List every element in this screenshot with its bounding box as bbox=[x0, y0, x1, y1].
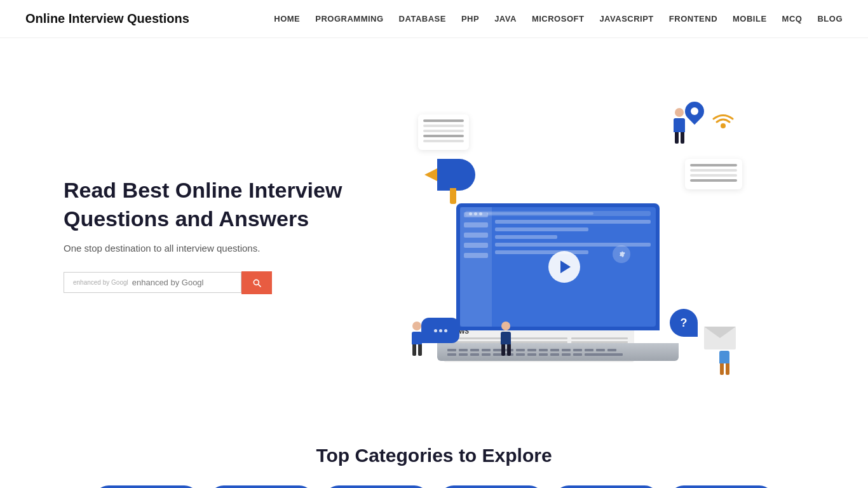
nav-frontend[interactable]: FRONTEND bbox=[669, 14, 717, 24]
category-cards bbox=[38, 485, 830, 488]
svg-point-0 bbox=[721, 123, 726, 128]
gear-icon bbox=[613, 245, 630, 263]
nav-java[interactable]: JAVA bbox=[494, 14, 517, 24]
laptop-illustration bbox=[437, 203, 679, 343]
hero-subheading: One stop destination to all interview qu… bbox=[64, 243, 349, 254]
search-input-wrap: enhanced by Googl bbox=[64, 272, 241, 293]
hero-content: Read Best Online Interview Questions and… bbox=[64, 176, 349, 294]
hero-illustration: ? NEWS bbox=[349, 76, 804, 394]
nav-javascript[interactable]: JAVASCRIPT bbox=[599, 14, 653, 24]
nav-mcq[interactable]: MCQ bbox=[782, 14, 803, 24]
nav-database[interactable]: DATABASE bbox=[399, 14, 446, 24]
category-card-6[interactable] bbox=[669, 485, 774, 488]
category-card-3[interactable] bbox=[324, 485, 429, 488]
category-card-1[interactable] bbox=[94, 485, 199, 488]
main-nav: HOME PROGRAMMING DATABASE PHP JAVA MICRO… bbox=[215, 14, 843, 24]
hero-heading: Read Best Online Interview Questions and… bbox=[64, 176, 349, 232]
google-label: enhanced by Googl bbox=[73, 279, 128, 286]
laptop-screen bbox=[456, 203, 660, 330]
category-card-2[interactable] bbox=[209, 485, 314, 488]
search-button[interactable] bbox=[241, 271, 272, 294]
nav-microsoft[interactable]: MICROSOFT bbox=[532, 14, 585, 24]
wifi-icon bbox=[710, 108, 736, 133]
location-pin-icon bbox=[685, 102, 704, 121]
header: Online Interview Questions HOME PROGRAMM… bbox=[0, 0, 868, 38]
person-figure-1 bbox=[674, 108, 685, 144]
nav-home[interactable]: HOME bbox=[274, 14, 300, 24]
hero-section: Read Best Online Interview Questions and… bbox=[0, 38, 868, 419]
person-figure-2 bbox=[412, 322, 422, 356]
question-bubble: ? bbox=[670, 309, 698, 337]
bottom-section: Top Categories to Explore bbox=[0, 419, 868, 488]
search-input[interactable] bbox=[132, 278, 232, 287]
megaphone-illustration bbox=[424, 140, 482, 210]
nav-programming[interactable]: PROGRAMMING bbox=[315, 14, 383, 24]
search-icon bbox=[252, 278, 262, 288]
site-title: Online Interview Questions bbox=[25, 11, 189, 26]
illustration-container: ? NEWS bbox=[412, 89, 742, 381]
nav-mobile[interactable]: MOBILE bbox=[733, 14, 767, 24]
category-card-5[interactable] bbox=[554, 485, 659, 488]
search-bar: enhanced by Googl bbox=[64, 271, 349, 294]
categories-title: Top Categories to Explore bbox=[38, 445, 830, 466]
chat-bubble bbox=[421, 318, 459, 343]
play-button bbox=[548, 251, 580, 283]
person-figure-4 bbox=[501, 322, 511, 356]
doc-card-right bbox=[685, 159, 742, 189]
nav-php[interactable]: PHP bbox=[461, 14, 479, 24]
nav-blog[interactable]: BLOG bbox=[817, 14, 843, 24]
category-card-4[interactable] bbox=[439, 485, 544, 488]
envelope-icon bbox=[704, 327, 736, 349]
